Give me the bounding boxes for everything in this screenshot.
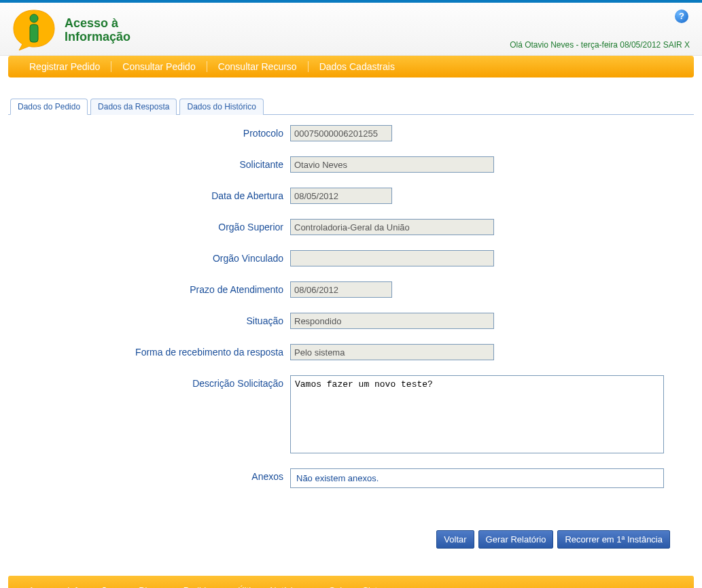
field-data-abertura: [290, 188, 392, 204]
field-forma: [290, 344, 494, 360]
field-solicitante: [290, 156, 494, 173]
nav-registrar-pedido[interactable]: Registrar Pedido: [18, 61, 111, 72]
tab-dados-historico[interactable]: Dados do Histórico: [179, 99, 263, 115]
form-area: Protocolo Solicitante Data de Abertura O…: [8, 115, 694, 510]
action-buttons: Voltar Gerar Relatório Recorrer em 1ª In…: [8, 510, 694, 555]
nav-dados-cadastrais[interactable]: Dados Cadastrais: [309, 61, 406, 72]
help-icon[interactable]: ?: [675, 10, 688, 23]
tab-dados-resposta[interactable]: Dados da Resposta: [90, 99, 177, 115]
label-anexos: Anexos: [15, 468, 290, 482]
label-situacao: Situação: [15, 313, 290, 326]
content-area: Dados do Pedido Dados da Resposta Dados …: [0, 77, 702, 569]
gerar-relatorio-button[interactable]: Gerar Relatório: [478, 530, 554, 549]
field-descricao: Vamos fazer um novo teste?: [290, 375, 664, 453]
footer-noticias[interactable]: Últimas Notícias: [238, 585, 302, 588]
label-descricao: Descrição Solicitação: [15, 375, 290, 389]
user-greeting: Olá Otavio Neves - terça-feira 08/05/201…: [510, 40, 690, 50]
nav-consultar-recurso[interactable]: Consultar Recurso: [207, 61, 308, 72]
recorrer-button[interactable]: Recorrer em 1ª Instância: [557, 530, 670, 549]
field-orgao-vinculado: [290, 250, 494, 266]
brand-line2: Informação: [65, 31, 130, 44]
info-balloon-icon: [10, 8, 58, 52]
label-orgao-superior: Orgão Superior: [15, 219, 290, 232]
footer-dicas[interactable]: Dicas para Pedido: [139, 585, 211, 588]
footer-sobre[interactable]: Sobre o Sistema: [329, 585, 394, 588]
field-anexos: Não existem anexos.: [290, 468, 664, 488]
header: Acesso à Informação ? Olá Otavio Neves -…: [0, 3, 702, 56]
logout-x[interactable]: X: [684, 40, 690, 50]
field-prazo: [290, 281, 392, 298]
main-nav: Registrar Pedido Consultar Pedido Consul…: [8, 56, 694, 77]
svg-rect-1: [30, 24, 38, 42]
brand-text: Acesso à Informação: [65, 17, 130, 44]
logo: Acesso à Informação: [10, 8, 130, 52]
tab-bar: Dados do Pedido Dados da Resposta Dados …: [8, 98, 694, 115]
label-forma: Forma de recebimento da resposta: [15, 344, 290, 358]
brand-line1: Acesso à: [65, 17, 130, 31]
tab-dados-pedido[interactable]: Dados do Pedido: [10, 99, 88, 115]
nav-consultar-pedido[interactable]: Consultar Pedido: [111, 61, 206, 72]
field-situacao: [290, 313, 494, 329]
footer-acesso[interactable]: Acesso a Informação: [29, 585, 111, 588]
logout-link[interactable]: SAIR: [663, 40, 682, 50]
label-protocolo: Protocolo: [15, 125, 290, 139]
footer-nav: Acesso a Informação Dicas para Pedido Úl…: [8, 576, 694, 588]
label-orgao-vinculado: Orgão Vinculado: [15, 250, 290, 264]
greeting-text: Olá Otavio Neves - terça-feira 08/05/201…: [510, 40, 663, 50]
svg-point-0: [30, 14, 38, 22]
field-orgao-superior: [290, 219, 494, 235]
label-prazo: Prazo de Atendimento: [15, 281, 290, 295]
label-solicitante: Solicitante: [15, 156, 290, 170]
field-protocolo: [290, 125, 392, 141]
label-data-abertura: Data de Abertura: [15, 188, 290, 201]
voltar-button[interactable]: Voltar: [436, 530, 474, 549]
